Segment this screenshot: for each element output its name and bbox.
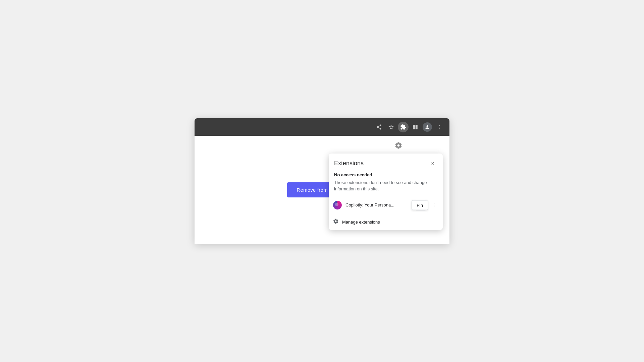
svg-point-8 [434,205,434,205]
svg-rect-3 [416,127,418,129]
popup-title: Extensions [334,160,364,167]
tab-manager-icon[interactable] [410,122,421,132]
manage-extensions-item[interactable]: Manage extensions [329,214,443,230]
popup-close-button[interactable]: × [428,159,437,168]
svg-point-5 [439,126,440,127]
bookmark-icon[interactable] [386,122,396,132]
copilotly-icon [333,200,342,210]
extensions-icon[interactable] [398,122,409,132]
svg-rect-1 [416,125,418,127]
page-settings-icon [394,141,402,152]
browser-content: Remove from Chrome Extensions × No acces… [195,136,449,244]
manage-extensions-label: Manage extensions [342,220,380,225]
svg-point-7 [434,203,434,204]
svg-rect-0 [413,125,415,127]
svg-point-4 [439,125,440,125]
extensions-popup: Extensions × No access needed These exte… [329,154,443,230]
popup-section-description: These extensions don't need to see and c… [329,179,443,196]
svg-rect-2 [413,127,415,129]
browser-window: Remove from Chrome Extensions × No acces… [195,118,449,244]
svg-point-9 [434,206,434,207]
svg-point-6 [439,128,440,129]
popup-header: Extensions × [329,154,443,171]
profile-icon[interactable] [422,122,433,132]
chrome-menu-icon[interactable] [434,122,445,132]
browser-toolbar [195,118,449,136]
extension-menu-button[interactable] [429,200,439,210]
extension-item-copilotly[interactable]: Copilotly: Your Persona... Pin [329,196,443,214]
share-icon[interactable] [374,122,384,132]
manage-extensions-icon [333,218,339,226]
extension-name: Copilotly: Your Persona... [345,202,412,207]
pin-tooltip: Pin [412,200,428,210]
popup-section-heading: No access needed [329,171,443,179]
